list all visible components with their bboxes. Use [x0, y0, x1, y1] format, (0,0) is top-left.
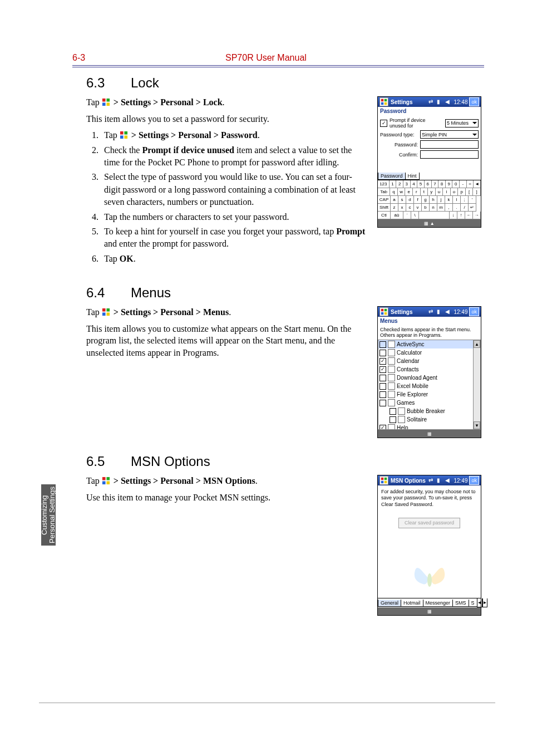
key[interactable]: s [398, 196, 406, 204]
key[interactable]: ↑ [457, 212, 465, 219]
list-item[interactable]: File Explorer [378, 390, 480, 399]
key[interactable]: ↓ [450, 212, 457, 219]
key[interactable]: 7 [432, 180, 439, 188]
key[interactable]: = [467, 180, 474, 188]
key[interactable]: d [406, 196, 414, 204]
key[interactable]: m [437, 204, 445, 212]
key[interactable]: → [473, 212, 481, 219]
list-item[interactable]: ✓Calendar [378, 357, 480, 365]
key[interactable]: ` [403, 212, 411, 219]
key[interactable]: l [453, 196, 461, 204]
key[interactable]: 9 [446, 180, 453, 188]
key[interactable]: j [437, 196, 445, 204]
key[interactable]: u [436, 188, 443, 196]
key[interactable]: ◄ [474, 180, 481, 188]
start-icon[interactable] [379, 97, 388, 106]
item-checkbox[interactable]: ✓ [379, 366, 386, 373]
key[interactable]: y [428, 188, 436, 196]
key[interactable]: g [422, 196, 430, 204]
list-item[interactable]: Solitaire [378, 415, 480, 424]
key[interactable]: 5 [417, 180, 425, 188]
key[interactable] [419, 212, 450, 219]
key[interactable]: / [461, 204, 469, 212]
idle-time-select[interactable]: 5 Minutes [445, 119, 479, 127]
tab-hotmail[interactable]: Hotmail [401, 600, 423, 607]
password-type-select[interactable]: Simple PIN [420, 130, 479, 139]
list-item[interactable]: ✓Help [378, 424, 480, 430]
clear-password-button[interactable]: Clear saved password [398, 518, 460, 528]
key[interactable]: Tab [378, 188, 390, 196]
start-icon[interactable] [379, 476, 388, 485]
program-list[interactable]: ActiveSyncCalculator✓Calendar✓ContactsDo… [378, 340, 481, 430]
item-checkbox[interactable] [390, 416, 396, 423]
tab-messenger[interactable]: Messenger [423, 600, 454, 607]
list-item[interactable]: Excel Mobile [378, 382, 480, 390]
key[interactable]: 6 [425, 180, 432, 188]
key[interactable]: . [453, 204, 461, 212]
key[interactable]: Ctl [378, 212, 391, 219]
key[interactable]: c [406, 204, 414, 212]
list-item[interactable]: ActiveSync [378, 340, 480, 348]
item-checkbox[interactable]: ✓ [379, 425, 386, 430]
tab-hint[interactable]: Hint [405, 173, 420, 180]
item-checkbox[interactable] [379, 400, 386, 406]
ok-button[interactable]: ok [469, 307, 479, 316]
sip-bar[interactable]: ▦ ▲ [378, 219, 481, 227]
key[interactable]: Shift [378, 204, 391, 212]
key[interactable]: f [414, 196, 422, 204]
key[interactable]: v [414, 204, 422, 212]
key[interactable]: k [445, 196, 453, 204]
list-item[interactable]: Games [378, 399, 480, 407]
list-item[interactable]: ✓Contacts [378, 365, 480, 374]
key[interactable]: 4 [411, 180, 418, 188]
key[interactable]: , [445, 204, 453, 212]
list-item[interactable]: Bubble Breaker [378, 407, 480, 415]
confirm-input[interactable] [420, 150, 479, 159]
start-icon[interactable] [379, 307, 388, 316]
tab-sms[interactable]: SMS [452, 600, 469, 607]
key[interactable]: [ [466, 188, 474, 196]
scrollbar[interactable]: ▲▼ [473, 340, 480, 429]
key[interactable]: 3 [403, 180, 411, 188]
key[interactable]: ← [465, 212, 473, 219]
ok-button[interactable]: ok [469, 97, 479, 106]
item-checkbox[interactable] [390, 408, 396, 415]
item-checkbox[interactable] [379, 375, 386, 381]
key[interactable]: o [451, 188, 459, 196]
tab-s[interactable]: S [469, 600, 477, 607]
list-item[interactable]: Download Agent [378, 374, 480, 382]
key[interactable]: r [413, 188, 421, 196]
password-input[interactable] [420, 140, 479, 149]
list-item[interactable]: Calculator [378, 348, 480, 357]
key[interactable]: z [391, 204, 398, 212]
item-checkbox[interactable] [379, 350, 386, 356]
key[interactable]: p [458, 188, 466, 196]
key[interactable]: a [391, 196, 398, 204]
sip-bar[interactable]: ▦ [378, 430, 481, 438]
key[interactable]: áü [391, 212, 403, 219]
key[interactable]: e [405, 188, 413, 196]
key[interactable]: b [422, 204, 430, 212]
tab-scroll-left[interactable]: ◄ [477, 598, 482, 607]
key[interactable]: ; [461, 196, 469, 204]
key[interactable]: 8 [438, 180, 446, 188]
key[interactable]: x [398, 204, 406, 212]
key[interactable]: w [398, 188, 406, 196]
key[interactable]: ' [469, 196, 476, 204]
key[interactable]: ] [473, 188, 481, 196]
key[interactable]: t [421, 188, 428, 196]
item-checkbox[interactable] [379, 383, 386, 390]
soft-keyboard[interactable]: 1231234567890-=◄Tabqwertyuiop[]CAPasdfgh… [378, 180, 481, 219]
tab-password[interactable]: Password [378, 173, 406, 180]
key[interactable]: CAP [378, 196, 391, 204]
item-checkbox[interactable]: ✓ [379, 358, 386, 365]
sip-bar[interactable]: ▦ [378, 607, 481, 615]
prompt-checkbox[interactable]: ✓ [380, 120, 387, 127]
tab-general[interactable]: General [378, 600, 401, 607]
item-checkbox[interactable] [379, 391, 386, 398]
key[interactable]: q [390, 188, 398, 196]
key[interactable]: - [460, 180, 467, 188]
key[interactable]: n [430, 204, 437, 212]
key[interactable]: 2 [396, 180, 403, 188]
key[interactable]: 123 [378, 180, 390, 188]
